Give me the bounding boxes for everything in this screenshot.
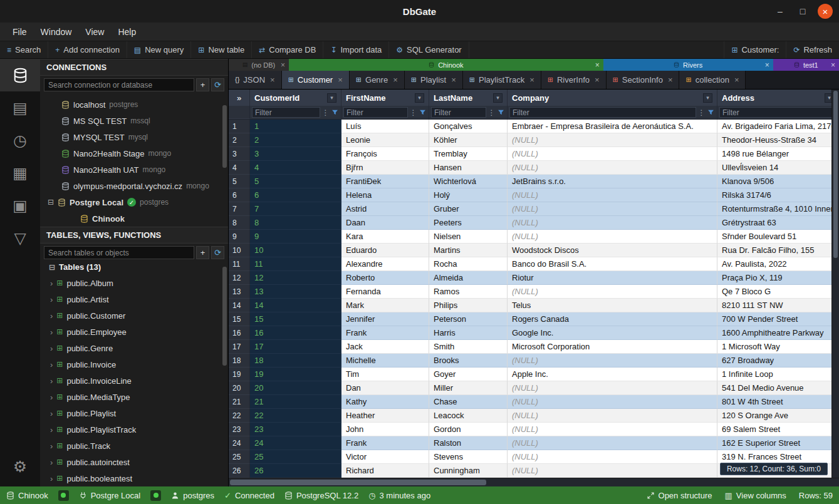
cell-lastname[interactable]: Gonçalves bbox=[429, 120, 508, 133]
cell-customerid[interactable]: 15 bbox=[250, 312, 341, 326]
cell-customerid[interactable]: 12 bbox=[250, 271, 341, 285]
row-number[interactable]: 14 bbox=[229, 299, 250, 312]
vertical-scrollbar-thumb[interactable] bbox=[833, 91, 838, 258]
cell-lastname[interactable]: Miller bbox=[429, 381, 508, 395]
cell-firstname[interactable]: Richard bbox=[341, 464, 429, 478]
cell-firstname[interactable]: Kathy bbox=[341, 395, 429, 409]
cell-firstname[interactable]: Jennifer bbox=[341, 312, 429, 326]
tab-json[interactable]: {}JSON× bbox=[229, 71, 282, 89]
connection-item-ms-sql-test[interactable]: MS SQL TESTmssql bbox=[40, 113, 228, 129]
cell-company[interactable]: (NULL) bbox=[508, 423, 717, 436]
toolbar-add-connection[interactable]: +Add connection bbox=[48, 41, 127, 58]
cell-lastname[interactable]: Smith bbox=[429, 340, 508, 354]
cell-lastname[interactable]: Ralston bbox=[429, 436, 508, 450]
tab-playlisttrack[interactable]: ⊞PlaylistTrack× bbox=[463, 71, 541, 89]
tables-group-header[interactable]: ⊟ Tables (13) bbox=[40, 262, 228, 272]
tab-sectioninfo[interactable]: ⊞SectionInfo× bbox=[607, 71, 680, 89]
connection-item-postgre-local[interactable]: ⊟Postgre Local✓postgres bbox=[40, 194, 228, 210]
close-icon[interactable]: × bbox=[338, 75, 343, 85]
minimize-button[interactable]: – bbox=[773, 4, 788, 19]
cell-lastname[interactable]: Goyer bbox=[429, 368, 508, 381]
filter-input-company[interactable] bbox=[509, 107, 696, 118]
vertical-scrollbar[interactable] bbox=[831, 90, 839, 478]
cell-lastname[interactable]: Almeida bbox=[429, 271, 508, 285]
cell-firstname[interactable]: François bbox=[341, 147, 429, 161]
column-header-customerid[interactable]: CustomerId▾ bbox=[250, 90, 341, 106]
cell-firstname[interactable]: Kara bbox=[341, 230, 429, 244]
cell-customerid[interactable]: 11 bbox=[250, 257, 341, 271]
cell-customerid[interactable]: 8 bbox=[250, 216, 341, 230]
toolbar-import-data[interactable]: ↧Import data bbox=[323, 41, 389, 58]
cell-address[interactable]: 1 Microsoft Way bbox=[717, 340, 839, 354]
row-number[interactable]: 19 bbox=[229, 368, 250, 381]
refresh-tables-icon[interactable]: ⟳ bbox=[211, 246, 224, 259]
cell-firstname[interactable]: Helena bbox=[341, 188, 429, 202]
close-icon[interactable]: × bbox=[393, 75, 398, 85]
tab-group-rivers[interactable]: Rivers× bbox=[603, 59, 773, 71]
cell-firstname[interactable]: Roberto bbox=[341, 271, 429, 285]
close-icon[interactable]: × bbox=[451, 75, 456, 85]
cell-firstname[interactable]: Daan bbox=[341, 216, 429, 230]
cell-company[interactable]: (NULL) bbox=[508, 409, 717, 423]
cell-customerid[interactable]: 22 bbox=[250, 409, 341, 423]
sidebar-item-cell-data[interactable]: ▽ bbox=[0, 222, 40, 254]
status-view-columns[interactable]: ▥View columns bbox=[725, 491, 786, 500]
column-header-company[interactable]: Company▾ bbox=[508, 90, 717, 106]
horizontal-scrollbar[interactable] bbox=[229, 478, 839, 486]
cell-customerid[interactable]: 13 bbox=[250, 285, 341, 299]
cell-company[interactable]: (NULL) bbox=[508, 464, 717, 478]
cell-lastname[interactable]: Martins bbox=[429, 244, 508, 257]
filter-input-firstname[interactable] bbox=[343, 107, 408, 118]
cell-lastname[interactable]: Stevens bbox=[429, 450, 508, 464]
menu-file[interactable]: File bbox=[6, 25, 33, 39]
row-number[interactable]: 4 bbox=[229, 161, 250, 175]
cell-lastname[interactable]: Harris bbox=[429, 326, 508, 340]
tab-group-chinook[interactable]: Chinook× bbox=[289, 59, 603, 71]
cell-address[interactable]: Rotenturmstraße 4, 1010 Innere Stadt bbox=[717, 202, 839, 216]
row-number[interactable]: 7 bbox=[229, 202, 250, 216]
sidebar-item-settings[interactable]: ⚙ bbox=[0, 450, 40, 483]
cell-company[interactable]: Telus bbox=[508, 299, 717, 312]
tab-customer[interactable]: ⊞Customer× bbox=[282, 71, 350, 89]
cell-customerid[interactable]: 4 bbox=[250, 161, 341, 175]
tab-playlist[interactable]: ⊞Playlist× bbox=[405, 71, 463, 89]
row-number[interactable]: 12 bbox=[229, 271, 250, 285]
cell-lastname[interactable]: Nielsen bbox=[429, 230, 508, 244]
cell-firstname[interactable]: Tim bbox=[341, 368, 429, 381]
cell-company[interactable]: (NULL) bbox=[508, 202, 717, 216]
row-number[interactable]: 3 bbox=[229, 147, 250, 161]
row-number[interactable]: 22 bbox=[229, 409, 250, 423]
table-item-public-booleantest[interactable]: ›⊞public.booleantest bbox=[40, 470, 228, 486]
cell-customerid[interactable]: 24 bbox=[250, 436, 341, 450]
cell-firstname[interactable]: Heather bbox=[341, 409, 429, 423]
cell-company[interactable]: (NULL) bbox=[508, 436, 717, 450]
close-icon[interactable]: × bbox=[595, 61, 600, 69]
table-item-public-invoice[interactable]: ›⊞public.Invoice bbox=[40, 356, 228, 373]
add-connection-mini-button[interactable]: + bbox=[196, 78, 209, 91]
cell-company[interactable]: (NULL) bbox=[508, 230, 717, 244]
row-number[interactable]: 24 bbox=[229, 436, 250, 450]
cell-company[interactable]: Woodstock Discos bbox=[508, 244, 717, 257]
tab-riverinfo[interactable]: ⊞RiverInfo× bbox=[541, 71, 607, 89]
cell-company[interactable]: (NULL) bbox=[508, 188, 717, 202]
table-item-public-track[interactable]: ›⊞public.Track bbox=[40, 438, 228, 454]
cell-company[interactable]: (NULL) bbox=[508, 147, 717, 161]
cell-address[interactable]: Rilská 3174/6 bbox=[717, 188, 839, 202]
close-icon[interactable]: × bbox=[595, 75, 600, 85]
chevron-down-icon[interactable]: ▾ bbox=[327, 93, 336, 103]
cell-customerid[interactable]: 1 bbox=[250, 120, 341, 133]
collapse-icon[interactable]: ⊟ bbox=[49, 264, 55, 271]
cell-company[interactable]: (NULL) bbox=[508, 161, 717, 175]
row-number[interactable]: 1 bbox=[229, 120, 250, 133]
cell-address[interactable]: 162 E Superior Street bbox=[717, 436, 839, 450]
cell-address[interactable]: Av. Paulista, 2022 bbox=[717, 257, 839, 271]
row-number[interactable]: 15 bbox=[229, 312, 250, 326]
cell-customerid[interactable]: 10 bbox=[250, 244, 341, 257]
cell-company[interactable]: Riotur bbox=[508, 271, 717, 285]
cell-company[interactable]: Microsoft Corporation bbox=[508, 340, 717, 354]
tab-group-no-db[interactable]: ▤(no DB)× bbox=[229, 59, 289, 71]
row-number[interactable]: 9 bbox=[229, 230, 250, 244]
cell-company[interactable]: Banco do Brasil S.A. bbox=[508, 257, 717, 271]
table-item-public-artist[interactable]: ›⊞public.Artist bbox=[40, 291, 228, 307]
toolbar-new-table[interactable]: ⊞New table bbox=[191, 41, 252, 58]
